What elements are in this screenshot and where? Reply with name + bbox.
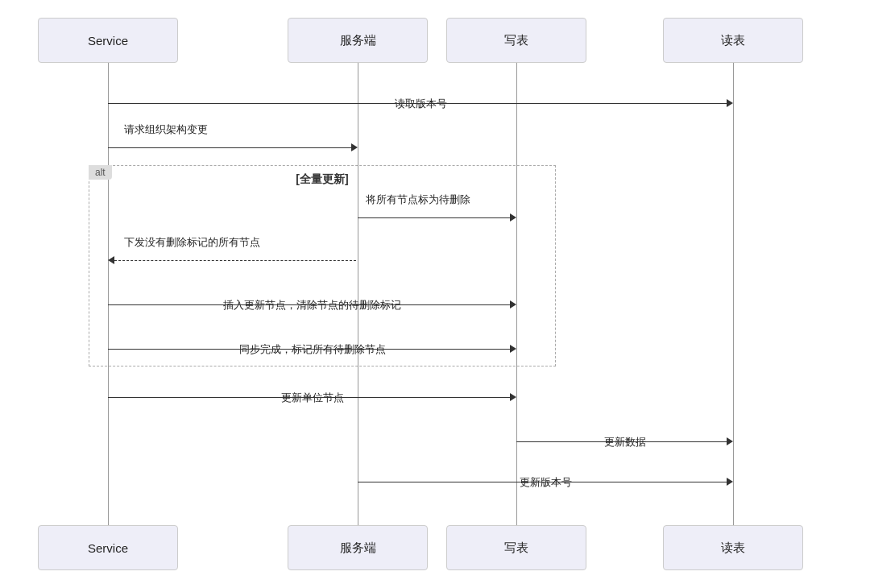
message-2-label: 请求组织架构变更 (124, 122, 208, 137)
actor-write-top: 写表 (446, 18, 586, 63)
actor-server-bottom-label: 服务端 (340, 540, 376, 556)
actor-service-bottom: Service (38, 525, 178, 570)
message-6: 同步完成，标记所有待删除节点 (108, 341, 516, 357)
message-4-label: 下发没有删除标记的所有节点 (124, 235, 260, 250)
message-3-label: 将所有节点标为待删除 (366, 193, 470, 207)
actor-read-top-label: 读表 (721, 33, 745, 48)
actor-service-top: Service (38, 18, 178, 63)
message-8-label: 更新数据 (604, 435, 646, 449)
message-1: 读取版本号 (108, 95, 733, 111)
message-9: 更新版本号 (358, 474, 733, 490)
message-7-label: 更新单位节点 (281, 391, 344, 405)
actor-read-bottom-label: 读表 (721, 540, 745, 556)
message-3: 将所有节点标为待删除 (358, 209, 516, 226)
actor-server-top: 服务端 (288, 18, 428, 63)
actor-service-bottom-label: Service (88, 541, 128, 555)
actor-service-top-label: Service (88, 34, 128, 48)
lifeline-read (733, 63, 734, 525)
actor-read-top: 读表 (663, 18, 803, 63)
actor-write-bottom: 写表 (446, 525, 586, 570)
actor-server-top-label: 服务端 (340, 33, 376, 48)
message-7: 更新单位节点 (108, 389, 516, 405)
actor-read-bottom: 读表 (663, 525, 803, 570)
message-9-label: 更新版本号 (520, 475, 572, 490)
alt-title: [全量更新] (89, 172, 555, 187)
message-6-label: 同步完成，标记所有待删除节点 (239, 342, 386, 357)
actor-write-bottom-label: 写表 (504, 540, 528, 556)
sequence-diagram: Service 服务端 写表 读表 Service 服务端 写表 读表 alt … (0, 0, 870, 588)
actor-server-bottom: 服务端 (288, 525, 428, 570)
message-1-label: 读取版本号 (395, 97, 447, 111)
actor-write-top-label: 写表 (504, 33, 528, 48)
message-5-label: 插入更新节点，清除节点的待删除标记 (223, 298, 401, 313)
message-2: 请求组织架构变更 (108, 139, 358, 155)
message-4: 下发没有删除标记的所有节点 (108, 252, 358, 268)
message-8: 更新数据 (516, 433, 733, 449)
message-5: 插入更新节点，清除节点的待删除标记 (108, 296, 516, 313)
